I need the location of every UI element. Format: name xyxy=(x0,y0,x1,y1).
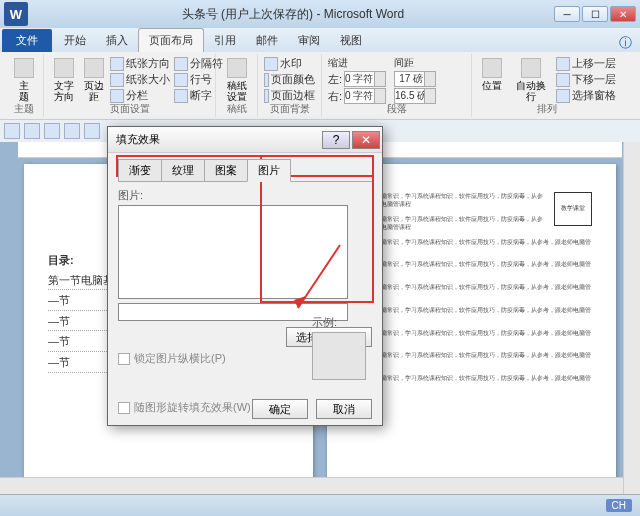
body-text: 多层讲解电脑常识，学习系统课程知识，软件应用技巧，防疫病毒，从参考，跟老师电脑管… xyxy=(351,351,592,368)
word-app-icon: W xyxy=(4,2,28,26)
qat-icon-5[interactable] xyxy=(84,123,100,139)
tab-gradient[interactable]: 渐变 xyxy=(118,159,162,182)
page-color-icon xyxy=(264,73,269,87)
watermark-icon xyxy=(264,57,278,71)
group-label-arrange: 排列 xyxy=(472,102,622,116)
ok-button[interactable]: 确定 xyxy=(252,399,308,419)
size-icon xyxy=(110,73,124,87)
group-label-page-setup: 页面设置 xyxy=(44,102,215,116)
dialog-help-button[interactable]: ? xyxy=(322,131,350,149)
group-label-manuscript: 稿纸 xyxy=(216,102,257,116)
tab-picture[interactable]: 图片 xyxy=(247,159,291,182)
bring-forward-button[interactable]: 上移一层 xyxy=(556,56,616,71)
manuscript-button[interactable]: 稿纸设置 xyxy=(222,56,251,104)
qat-icon-3[interactable] xyxy=(44,123,60,139)
position-button[interactable]: 位置 xyxy=(478,56,506,104)
body-text: 多层讲解电脑常识，学习系统课程知识，软件应用技巧，防疫病毒，从参考，跟老师电脑管… xyxy=(351,329,592,346)
selection-pane-icon xyxy=(556,89,570,103)
checkbox-icon xyxy=(118,353,130,365)
qat-icon-2[interactable] xyxy=(24,123,40,139)
margins-button[interactable]: 页边距 xyxy=(80,56,108,104)
window-title: 头条号 (用户上次保存的) - Microsoft Word xyxy=(32,6,554,23)
qat-icon-4[interactable] xyxy=(64,123,80,139)
minimize-button[interactable]: ─ xyxy=(554,6,580,22)
dialog-title: 填充效果 xyxy=(116,132,160,147)
wrap-text-button[interactable]: 自动换行 xyxy=(508,56,554,104)
wrap-icon xyxy=(521,58,541,78)
body-text: 多层讲解电脑常识，学习系统课程知识，软件应用技巧，防疫病毒，从参考，跟老师电脑管… xyxy=(351,306,592,323)
spacing-before-input[interactable]: 17 磅 xyxy=(394,71,436,87)
tab-mailings[interactable]: 邮件 xyxy=(246,29,288,52)
sample-preview xyxy=(312,332,366,380)
picture-section-label: 图片: xyxy=(118,188,372,203)
spacing-header: 间距 xyxy=(394,56,436,70)
language-indicator[interactable]: CH xyxy=(606,499,632,512)
tab-page-layout[interactable]: 页面布局 xyxy=(138,28,204,52)
watermark-button[interactable]: 水印 xyxy=(264,56,315,71)
columns-icon xyxy=(110,89,124,103)
send-backward-icon xyxy=(556,73,570,87)
horizontal-scrollbar[interactable] xyxy=(0,477,623,494)
columns-button[interactable]: 分栏 xyxy=(110,88,170,103)
tab-home[interactable]: 开始 xyxy=(54,29,96,52)
orientation-icon xyxy=(110,57,124,71)
cancel-button[interactable]: 取消 xyxy=(316,399,372,419)
page-borders-icon xyxy=(264,89,269,103)
body-text: 多层讲解电脑常识，学习系统课程知识，软件应用技巧，防疫病毒，从参考，跟老师电脑管… xyxy=(351,238,592,255)
vertical-scrollbar[interactable] xyxy=(623,142,640,494)
breaks-icon xyxy=(174,57,188,71)
maximize-button[interactable]: ☐ xyxy=(582,6,608,22)
text-direction-button[interactable]: 文字方向 xyxy=(50,56,78,104)
bring-forward-icon xyxy=(556,57,570,71)
tab-review[interactable]: 审阅 xyxy=(288,29,330,52)
indent-header: 缩进 xyxy=(328,56,386,70)
themes-button[interactable]: 主题 xyxy=(10,56,37,104)
group-label-theme: 主题 xyxy=(4,102,43,116)
line-numbers-icon xyxy=(174,73,188,87)
fill-effects-dialog: 填充效果 ? ✕ 渐变 纹理 图案 图片 图片: 选择图片(L)... 锁定图片… xyxy=(107,126,383,426)
file-tab[interactable]: 文件 xyxy=(2,29,52,52)
text-direction-icon xyxy=(54,58,74,78)
status-bar: CH xyxy=(0,494,640,516)
size-button[interactable]: 纸张大小 xyxy=(110,72,170,87)
dialog-close-button[interactable]: ✕ xyxy=(352,131,380,149)
group-label-page-bg: 页面背景 xyxy=(258,102,321,116)
qat-icon-1[interactable] xyxy=(4,123,20,139)
tab-texture[interactable]: 纹理 xyxy=(161,159,205,182)
tab-insert[interactable]: 插入 xyxy=(96,29,138,52)
tab-pattern[interactable]: 图案 xyxy=(204,159,248,182)
help-icon[interactable]: ⓘ xyxy=(619,34,632,52)
margins-icon xyxy=(84,58,104,78)
tab-view[interactable]: 视图 xyxy=(330,29,372,52)
stamp-graphic: 教学课堂 xyxy=(554,192,592,226)
group-label-paragraph: 段落 xyxy=(322,102,471,116)
manuscript-icon xyxy=(227,58,247,78)
body-text: 多层讲解电脑常识，学习系统课程知识，软件应用技巧，防疫病毒，从参考，跟老师电脑管… xyxy=(351,260,592,277)
send-backward-button[interactable]: 下移一层 xyxy=(556,72,616,87)
ribbon: 主题 主题 文字方向 页边距 纸张方向 纸张大小 分栏 分隔符 行号 断字 页面… xyxy=(0,52,640,120)
tab-references[interactable]: 引用 xyxy=(204,29,246,52)
page-borders-button[interactable]: 页面边框 xyxy=(264,88,315,103)
selection-pane-button[interactable]: 选择窗格 xyxy=(556,88,616,103)
body-text: 多层讲解电脑常识，学习系统课程知识，软件应用技巧，防疫病毒，从参考，跟老师电脑管… xyxy=(351,374,592,391)
body-text: 多层讲解电脑常识，学习系统课程知识，软件应用技巧，防疫病毒，从参考，跟老师电脑管… xyxy=(351,283,592,300)
checkbox-icon xyxy=(118,402,130,414)
close-button[interactable]: ✕ xyxy=(610,6,636,22)
page-color-button[interactable]: 页面颜色 xyxy=(264,72,315,87)
orientation-button[interactable]: 纸张方向 xyxy=(110,56,170,71)
sample-label: 示例: xyxy=(312,315,368,330)
picture-preview xyxy=(118,205,348,299)
hyphenation-icon xyxy=(174,89,188,103)
themes-icon xyxy=(14,58,34,78)
indent-left-input[interactable]: 0 字符 xyxy=(344,71,386,87)
position-icon xyxy=(482,58,502,78)
